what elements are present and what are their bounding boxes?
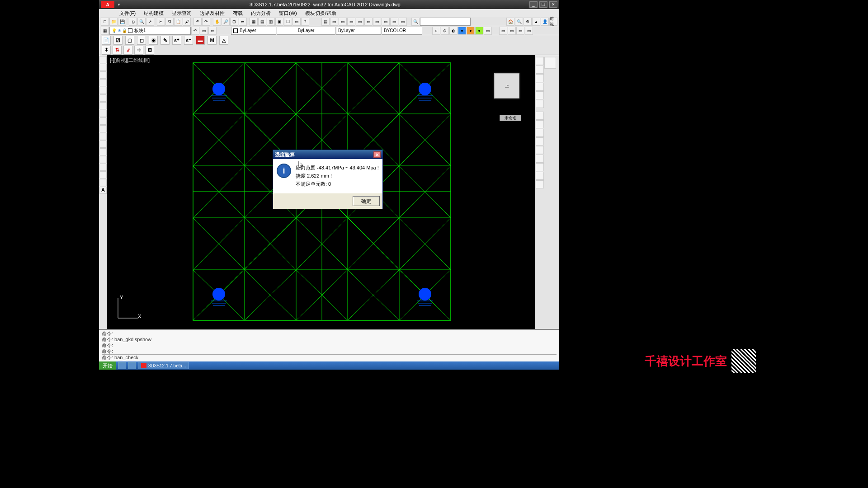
c8-icon[interactable]: s⁻ — [184, 36, 193, 45]
arc-icon[interactable] — [99, 71, 107, 79]
c3-icon[interactable]: ▢ — [125, 36, 134, 45]
line-icon[interactable] — [99, 56, 107, 63]
menu-edge[interactable]: 边界及材性 — [198, 10, 226, 17]
layer-manager-icon[interactable]: ▦ — [101, 27, 109, 35]
props-icon[interactable]: ▦ — [250, 18, 258, 26]
rp2-icon-1[interactable] — [544, 57, 556, 69]
layer-misc2-icon[interactable]: ▭ — [208, 27, 217, 35]
lineweight-dropdown[interactable]: ByLayer — [336, 27, 381, 35]
nav-tool5-icon[interactable]: 👤 — [541, 18, 549, 26]
taskbar-app-button[interactable]: 3D3S12.1.7.beta... — [138, 362, 189, 369]
menu-struct[interactable]: 结构建模 — [142, 10, 165, 17]
c11-icon[interactable]: △ — [219, 36, 228, 45]
hatch-icon[interactable] — [99, 117, 107, 125]
rp-icon-8[interactable] — [536, 120, 544, 128]
c5-icon[interactable]: ⊞ — [149, 36, 158, 45]
ok-button[interactable]: 确定 — [353, 196, 380, 206]
rp-icon-3[interactable] — [536, 74, 544, 82]
sheet-icon[interactable]: ▣ — [275, 18, 283, 26]
block-icon[interactable] — [99, 133, 107, 140]
misc-right3-icon[interactable]: ▭ — [516, 27, 524, 35]
command-history[interactable]: 命令: 命令: ban_gkdispshow 命令: 命令: 命令: ban_c… — [99, 329, 559, 361]
tool-palette-icon[interactable]: ▥ — [267, 18, 275, 26]
rp-icon-15[interactable] — [536, 180, 544, 188]
start-button[interactable]: 开始 — [99, 361, 116, 370]
t3-icon[interactable]: ⫽ — [123, 46, 132, 55]
c4-icon[interactable]: ◻ — [137, 36, 146, 45]
rp-icon-2[interactable] — [536, 66, 544, 74]
nav-tool6-icon[interactable]: 前视 — [549, 18, 557, 26]
dcenter-icon[interactable]: ▤ — [258, 18, 266, 26]
rp-icon-9[interactable] — [536, 129, 544, 137]
dialog-close-button[interactable]: ✕ — [373, 151, 381, 158]
layer-tool2-icon[interactable]: ▭ — [330, 18, 338, 26]
mtext-icon[interactable] — [99, 164, 107, 171]
misc-right1-icon[interactable]: ▭ — [499, 27, 507, 35]
rp-icon-14[interactable] — [536, 172, 544, 180]
layer-dropdown[interactable]: 💡 ❄ 🔓 板块1 — [109, 27, 191, 35]
insert-icon[interactable] — [99, 141, 107, 148]
quicklaunch-icon-2[interactable] — [128, 362, 136, 369]
render-misc-icon[interactable]: ▭ — [484, 27, 492, 35]
help-icon[interactable]: ? — [301, 18, 309, 26]
layer-tool3-icon[interactable]: ▭ — [339, 18, 347, 26]
rp-icon-5[interactable] — [536, 91, 544, 99]
rp-icon-11[interactable] — [536, 146, 544, 154]
menu-window[interactable]: 窗口(W) — [278, 10, 298, 17]
nav-tool1-icon[interactable]: 🏠 — [506, 18, 514, 26]
nav-tool2-icon[interactable]: 🔍 — [515, 18, 523, 26]
cut-icon[interactable]: ✂ — [157, 18, 165, 26]
render-tool3-icon[interactable]: ◐ — [449, 27, 458, 35]
render-sphere1-icon[interactable]: ● — [458, 27, 466, 35]
search-field[interactable] — [420, 18, 471, 26]
layer-tool-icon[interactable]: ▤ — [321, 18, 330, 26]
quicklaunch-icon-1[interactable] — [118, 362, 126, 369]
viewcube-label[interactable]: 未命名 — [500, 115, 521, 121]
open-icon[interactable]: 📁 — [109, 18, 118, 26]
close-button[interactable]: ✕ — [549, 1, 557, 8]
render-tool1-icon[interactable]: ○ — [432, 27, 440, 35]
rect-icon[interactable] — [99, 87, 107, 94]
new-icon[interactable]: □ — [101, 18, 109, 26]
dialog-titlebar[interactable]: 强度验算 ✕ — [273, 150, 382, 159]
rp-icon-1[interactable] — [536, 57, 544, 65]
rp-icon-12[interactable] — [536, 155, 544, 163]
boundary-icon[interactable] — [99, 179, 107, 186]
c9-icon[interactable]: ▬ — [196, 36, 205, 45]
match-icon[interactable]: 🖌 — [183, 18, 191, 26]
minimize-button[interactable]: _ — [529, 1, 538, 8]
search-icon[interactable]: 🔍 — [411, 18, 420, 26]
layer-prev-icon[interactable]: ↶ — [191, 27, 199, 35]
plotstyle-dropdown[interactable]: BYCOLOR — [382, 27, 422, 35]
quick-dropdown-icon[interactable]: ▼ — [117, 3, 121, 7]
redo-icon[interactable]: ↷ — [202, 18, 210, 26]
rp-icon-4[interactable] — [536, 83, 544, 91]
render-tool2-icon[interactable]: ⊘ — [441, 27, 449, 35]
menu-module[interactable]: 模块切换/帮助 — [304, 10, 338, 17]
nav-tool4-icon[interactable]: ▲ — [532, 18, 540, 26]
layer-tool10-icon[interactable]: ▭ — [399, 18, 407, 26]
paste-icon[interactable]: 📋 — [174, 18, 182, 26]
spline-icon[interactable] — [99, 110, 107, 117]
markup-icon[interactable]: ☐ — [284, 18, 292, 26]
ellipse-icon[interactable] — [99, 102, 107, 109]
copy-icon[interactable]: ⧉ — [165, 18, 174, 26]
print-icon[interactable]: ⎙ — [129, 18, 137, 26]
text-a-icon[interactable]: A — [99, 187, 107, 194]
t4-icon[interactable]: ⊹ — [134, 46, 143, 55]
save-icon[interactable]: 💾 — [118, 18, 126, 26]
t5-icon[interactable]: ⊞ — [145, 46, 154, 55]
region-icon[interactable] — [99, 156, 107, 163]
t1-icon[interactable]: ⬍ — [102, 46, 111, 55]
maximize-button[interactable]: ❐ — [539, 1, 547, 8]
pan-icon[interactable]: ✋ — [213, 18, 221, 26]
c6-icon[interactable]: ✎ — [160, 36, 170, 45]
rp-icon-7[interactable] — [536, 112, 544, 120]
calc-icon[interactable]: ▭ — [292, 18, 301, 26]
rp-icon-13[interactable] — [536, 163, 544, 171]
undo-icon[interactable]: ↶ — [193, 18, 202, 26]
layer-tool4-icon[interactable]: ▭ — [347, 18, 355, 26]
c7-icon[interactable]: s⁺ — [172, 36, 181, 45]
render-sphere2-icon[interactable]: ● — [467, 27, 475, 35]
table-icon[interactable] — [99, 148, 107, 155]
